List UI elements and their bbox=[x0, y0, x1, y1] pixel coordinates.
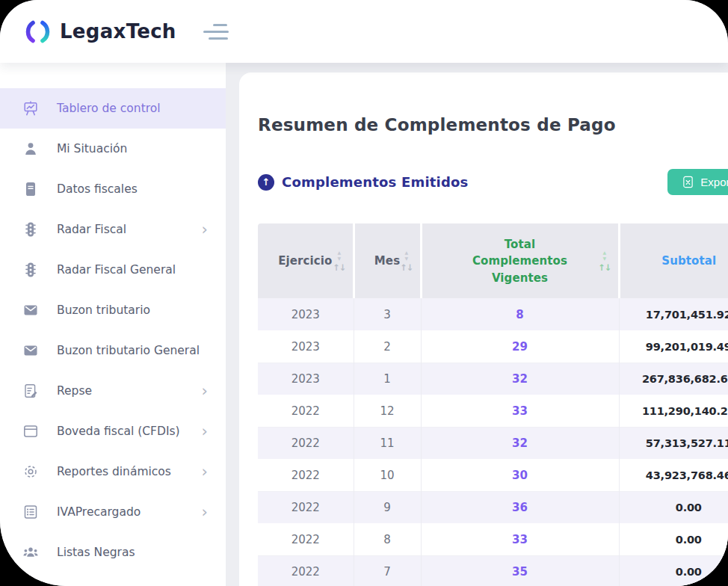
cell-mes: 2 bbox=[354, 330, 421, 363]
section-header: ↑ Complementos Emitidos bbox=[258, 174, 469, 191]
subtotal-value: 267,836,682.63 bbox=[642, 373, 728, 385]
book-icon bbox=[22, 181, 39, 197]
cell-total-vigentes: 8 bbox=[421, 298, 619, 330]
sort-arrows-icon[interactable]: ▲▼↑↓ bbox=[598, 250, 611, 272]
cell-total-vigentes: 30 bbox=[421, 459, 619, 491]
sidebar-item-boveda-fiscal-cfdis[interactable]: Boveda fiscal (CFDIs)› bbox=[0, 411, 226, 451]
section-title: Complementos Emitidos bbox=[282, 174, 469, 190]
sidebar-item-label: Radar Fiscal General bbox=[57, 263, 176, 277]
column-header-ejercicio[interactable]: Ejercicio▲▼↑↓ bbox=[258, 223, 354, 298]
table-row: 20227350.00 bbox=[258, 555, 728, 586]
traffic-light-icon bbox=[22, 221, 39, 238]
clipboard-icon bbox=[22, 383, 39, 399]
sidebar-item-radar-fiscal[interactable]: Radar Fiscal› bbox=[0, 209, 226, 250]
total-vigentes-link[interactable]: 36 bbox=[512, 501, 528, 514]
total-vigentes-link[interactable]: 32 bbox=[512, 372, 528, 386]
sidebar-item-label: Tablero de control bbox=[57, 102, 161, 115]
cell-mes: 1 bbox=[354, 363, 421, 395]
total-vigentes-link[interactable]: 33 bbox=[512, 533, 528, 546]
sidebar-item-label: Reportes dinámicos bbox=[57, 465, 171, 478]
total-vigentes-link[interactable]: 32 bbox=[512, 437, 528, 450]
sidebar-item-label: Repse bbox=[57, 384, 92, 398]
table-body: 20233817,701,451.92202322999,201,019.492… bbox=[258, 298, 728, 586]
cell-ejercicio: 2022 bbox=[258, 491, 354, 523]
table-row: 2022113257,313,527.11 bbox=[258, 427, 728, 459]
total-vigentes-link[interactable]: 8 bbox=[516, 308, 523, 321]
table-row: 20229360.00 bbox=[258, 491, 728, 523]
sidebar-item-repse[interactable]: Repse› bbox=[0, 371, 226, 411]
sidebar-item-datos-fiscales[interactable]: Datos fiscales bbox=[0, 169, 226, 209]
sort-arrows-icon[interactable]: ▲▼↑↓ bbox=[333, 250, 345, 272]
column-header-subtotal: Subtotal bbox=[619, 223, 728, 298]
content-area: Tablero de controlMi SituaciónDatos fisc… bbox=[0, 63, 728, 586]
sidebar-item-label: Listas Negras bbox=[57, 546, 135, 559]
sidebar-item-buzon-tributario-general[interactable]: Buzon tributario General bbox=[0, 330, 226, 371]
cell-total-vigentes: 33 bbox=[421, 395, 619, 427]
column-header-total-complementos-vigentes[interactable]: Total Complementos Vigentes▲▼↑↓ bbox=[421, 223, 619, 298]
cell-subtotal: 0.00 bbox=[619, 555, 728, 586]
cell-total-vigentes: 35 bbox=[421, 555, 619, 586]
chevron-right-icon: › bbox=[202, 222, 208, 238]
menu-button[interactable] bbox=[199, 21, 229, 43]
subtotal-value: 17,701,451.92 bbox=[646, 309, 728, 321]
sidebar-item-ivaprecargado[interactable]: IVAPrecargado› bbox=[0, 492, 226, 532]
cell-mes: 12 bbox=[354, 395, 421, 427]
cell-ejercicio: 2023 bbox=[258, 298, 354, 330]
window-icon bbox=[22, 423, 39, 440]
cell-ejercicio: 2022 bbox=[258, 555, 354, 586]
user-icon bbox=[22, 141, 39, 157]
sidebar-item-radar-fiscal-general[interactable]: Radar Fiscal General bbox=[0, 250, 226, 290]
app-window: LegaxTech Tablero de controlMi Situación… bbox=[0, 0, 728, 586]
chevron-right-icon: › bbox=[202, 505, 208, 520]
total-vigentes-link[interactable]: 33 bbox=[512, 404, 528, 418]
gear-icon bbox=[22, 463, 39, 480]
sidebar-item-reportes-dinamicos[interactable]: Reportes dinámicos› bbox=[0, 451, 226, 492]
sidebar-item-label: Radar Fiscal bbox=[57, 223, 126, 236]
chevron-right-icon: › bbox=[202, 424, 208, 440]
chevron-right-icon: › bbox=[202, 383, 208, 399]
sidebar-item-buzon-tributario[interactable]: Buzon tributario bbox=[0, 290, 226, 330]
subtotal-value: 43,923,768.46 bbox=[646, 469, 728, 481]
hamburger-menu-icon bbox=[213, 24, 227, 26]
export-button[interactable]: Exportar bbox=[667, 169, 728, 195]
sort-arrows-icon[interactable]: ▲▼↑↓ bbox=[400, 250, 413, 272]
mail-icon bbox=[22, 342, 39, 359]
section-header-row: ↑ Complementos Emitidos Exportar bbox=[258, 169, 728, 195]
cell-subtotal: 43,923,768.46 bbox=[619, 459, 728, 491]
table-row: 2022103043,923,768.46 bbox=[258, 459, 728, 491]
chevron-right-icon: › bbox=[202, 464, 208, 480]
cell-mes: 7 bbox=[354, 555, 421, 586]
sidebar-item-mi-situacion[interactable]: Mi Situación bbox=[0, 129, 226, 169]
screenshot-stage: LegaxTech Tablero de controlMi Situación… bbox=[0, 0, 728, 586]
cell-subtotal: 57,313,527.11 bbox=[619, 427, 728, 459]
mail-icon bbox=[22, 302, 39, 318]
sidebar-nav: Tablero de controlMi SituaciónDatos fisc… bbox=[0, 63, 226, 586]
cell-ejercicio: 2023 bbox=[258, 363, 354, 395]
logo[interactable]: LegaxTech bbox=[24, 18, 176, 46]
cell-subtotal: 0.00 bbox=[619, 523, 728, 555]
cell-subtotal: 99,201,019.49 bbox=[619, 330, 728, 363]
cell-total-vigentes: 36 bbox=[421, 491, 619, 523]
cell-total-vigentes: 29 bbox=[421, 330, 619, 363]
sidebar-item-metadata[interactable]: Metadata› bbox=[0, 573, 226, 586]
sidebar-item-listas-negras[interactable]: Listas Negras bbox=[0, 532, 226, 573]
cell-ejercicio: 2022 bbox=[258, 427, 354, 459]
subtotal-value: 111,290,140.22 bbox=[642, 405, 728, 417]
cell-mes: 8 bbox=[354, 523, 421, 555]
cell-total-vigentes: 32 bbox=[421, 363, 619, 395]
total-vigentes-link[interactable]: 30 bbox=[512, 469, 528, 482]
arrow-up-circle-icon[interactable]: ↑ bbox=[258, 174, 274, 191]
total-vigentes-link[interactable]: 35 bbox=[512, 565, 528, 579]
column-header-mes[interactable]: Mes▲▼↑↓ bbox=[354, 223, 421, 298]
export-button-label: Exportar bbox=[700, 176, 728, 188]
traffic-light-icon bbox=[22, 262, 39, 278]
sidebar-item-tablero-de-control[interactable]: Tablero de control bbox=[0, 88, 226, 129]
cell-mes: 11 bbox=[354, 427, 421, 459]
total-vigentes-link[interactable]: 29 bbox=[512, 340, 528, 354]
main-card: Resumen de Complementos de Pago ↑ Comple… bbox=[239, 73, 728, 586]
list-icon bbox=[22, 504, 39, 520]
sidebar-item-label: IVAPrecargado bbox=[57, 505, 141, 519]
sidebar-item-label: Boveda fiscal (CFDIs) bbox=[57, 425, 180, 438]
subtotal-value: 99,201,019.49 bbox=[646, 341, 728, 353]
column-label: Subtotal bbox=[633, 253, 728, 270]
